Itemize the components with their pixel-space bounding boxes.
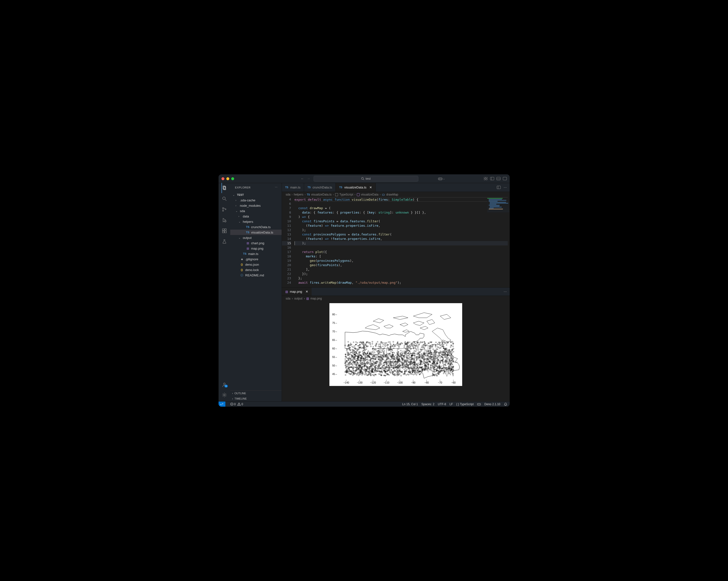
layout-panel-icon[interactable] — [497, 177, 500, 180]
copilot-icon[interactable]: ⌄ — [438, 177, 445, 181]
minimize-window-icon[interactable] — [226, 177, 229, 180]
svg-point-2201 — [400, 350, 401, 351]
status-errors[interactable]: 0 — [230, 403, 236, 406]
svg-point-709 — [413, 374, 414, 375]
svg-point-385 — [418, 367, 419, 368]
status-runtime[interactable]: Deno 2.1.10 — [484, 403, 500, 406]
file-item[interactable]: TScrunchData.ts — [230, 224, 282, 230]
svg-point-553 — [344, 345, 346, 346]
layout-grid-icon[interactable] — [484, 177, 488, 180]
tree-root[interactable]: ⌄ TEST — [230, 192, 282, 197]
file-item[interactable]: {}deno.json — [230, 262, 282, 267]
svg-point-940 — [385, 345, 385, 345]
tab-more-icon[interactable]: ⋯ — [503, 186, 507, 189]
extensions-icon[interactable] — [222, 228, 227, 234]
image-file-icon: ▧ — [306, 297, 309, 300]
svg-point-172 — [446, 344, 447, 345]
file-item[interactable]: TSmain.ts — [230, 251, 282, 256]
svg-point-1617 — [417, 348, 418, 349]
svg-point-1328 — [447, 350, 448, 351]
outline-section[interactable]: ›OUTLINE — [230, 391, 282, 396]
command-center-search[interactable]: test — [314, 176, 418, 182]
file-item[interactable]: {}deno.lock — [230, 267, 282, 273]
status-language[interactable]: { } TypeScript — [456, 403, 474, 406]
status-warnings[interactable]: 0 — [237, 403, 243, 406]
svg-point-638 — [433, 349, 434, 350]
svg-point-593 — [449, 352, 450, 354]
split-editor-icon[interactable] — [497, 186, 501, 189]
svg-point-2082 — [415, 351, 416, 352]
svg-point-1487 — [440, 356, 441, 357]
file-item[interactable]: ◆.gitignore — [230, 256, 282, 262]
explorer-view-icon[interactable] — [222, 185, 227, 191]
accounts-icon[interactable]: 1 — [222, 382, 227, 388]
svg-point-1381 — [412, 364, 413, 365]
close-icon[interactable]: ✕ — [369, 186, 372, 189]
svg-point-2228 — [430, 364, 431, 365]
file-item[interactable]: TSvisualizeData.ts — [230, 230, 282, 235]
minimap[interactable] — [487, 198, 509, 212]
svg-point-2018 — [368, 351, 369, 352]
sidebar-more-icon[interactable]: ⋯ — [275, 186, 278, 189]
panel-breadcrumb[interactable]: sda› output› ▧ map.png — [282, 296, 510, 301]
settings-gear-icon[interactable] — [222, 392, 227, 398]
svg-point-1365 — [406, 369, 407, 370]
svg-point-1266 — [350, 343, 351, 344]
svg-point-1645 — [408, 355, 409, 356]
testing-icon[interactable] — [222, 239, 227, 245]
file-item[interactable]: ⓘREADME.md — [230, 273, 282, 278]
status-encoding[interactable]: UTF-8 — [438, 403, 446, 406]
svg-point-1931 — [383, 342, 384, 343]
svg-point-1236 — [415, 343, 416, 344]
svg-point-926 — [416, 345, 417, 347]
editor-tab[interactable]: TSvisualizeData.ts✕ — [336, 183, 376, 192]
status-eol[interactable]: LF — [449, 403, 453, 406]
close-icon[interactable]: ✕ — [306, 290, 308, 294]
svg-point-1156 — [390, 343, 391, 344]
editor-tab[interactable]: TScrunchData.ts — [304, 183, 336, 192]
breadcrumb[interactable]: sda› helpers› TS visualizeData.ts› TypeS… — [282, 192, 510, 197]
ts-file-icon: TS — [285, 186, 288, 189]
status-spaces[interactable]: Spaces: 2 — [421, 403, 435, 406]
nav-back-icon[interactable]: ← — [301, 177, 304, 181]
svg-point-1817 — [435, 375, 436, 376]
function-icon — [357, 193, 360, 196]
run-debug-icon[interactable] — [222, 217, 227, 223]
folder-item[interactable]: ›.sda-cache — [230, 197, 282, 203]
file-item[interactable]: ▧chart.png — [230, 240, 282, 246]
svg-point-1149 — [415, 348, 416, 349]
search-view-icon[interactable] — [222, 196, 227, 202]
panel-more-icon[interactable]: ⋯ — [503, 290, 507, 294]
layout-sidebar-icon[interactable] — [490, 177, 494, 180]
status-bell-icon[interactable] — [504, 403, 507, 406]
svg-point-1606 — [421, 347, 422, 348]
nav-forward-icon[interactable]: → — [307, 177, 310, 181]
folder-item[interactable]: ⌄sda — [230, 208, 282, 214]
file-item[interactable]: ▧map.png — [230, 246, 282, 251]
search-text: test — [366, 177, 371, 181]
status-cursor[interactable]: Ln 15, Col 1 — [402, 403, 418, 406]
svg-point-1374 — [400, 361, 401, 362]
svg-point-237 — [378, 346, 379, 347]
status-copilot-icon[interactable] — [477, 403, 481, 406]
map-chart: 4550556065707580 −140−130−120−110−100−90… — [330, 303, 462, 386]
panel-tab-map[interactable]: ▧ map.png ✕ — [282, 287, 312, 296]
svg-point-1625 — [425, 356, 426, 357]
svg-point-575 — [367, 369, 368, 370]
svg-point-587 — [349, 364, 350, 365]
folder-item[interactable]: ›data — [230, 214, 282, 219]
editor-tab[interactable]: TSmain.ts — [282, 183, 304, 192]
close-window-icon[interactable] — [222, 177, 225, 180]
folder-item[interactable]: ›node_modules — [230, 203, 282, 208]
folder-item[interactable]: ⌄helpers — [230, 219, 282, 224]
svg-rect-16 — [222, 229, 224, 230]
svg-point-1049 — [380, 364, 381, 364]
svg-point-0 — [361, 177, 363, 179]
folder-item[interactable]: ⌄output — [230, 235, 282, 240]
maximize-window-icon[interactable] — [231, 177, 234, 180]
source-control-icon[interactable] — [222, 206, 227, 212]
layout-rightbar-icon[interactable] — [503, 177, 507, 180]
remote-indicator[interactable] — [218, 402, 225, 407]
timeline-section[interactable]: ›TIMELINE — [230, 396, 282, 401]
code-editor[interactable]: 46789101112131415161718192021222324 expo… — [282, 197, 510, 287]
